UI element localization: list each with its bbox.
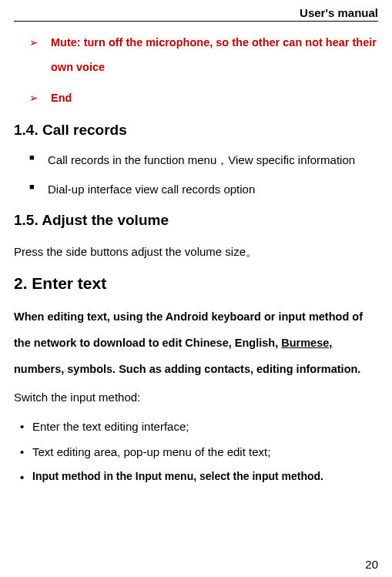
square-list-records: Call records in the function menu，View s… (14, 149, 378, 201)
dot-list-switch: Enter the text editing interface; Text e… (14, 416, 378, 486)
intro-part-after: numbers, symbols. Such as adding contact… (14, 363, 360, 375)
arrow-item-mute: Mute: turn off the microphone, so the ot… (29, 31, 378, 80)
arrow-text-end: End (51, 92, 72, 104)
heading-adjust-volume: 1.5. Adjust the volume (14, 212, 378, 229)
arrow-bullet-list: Mute: turn off the microphone, so the ot… (14, 31, 378, 111)
header-title: User's manual (300, 6, 378, 19)
heading-enter-text: 2. Enter text (14, 274, 378, 293)
square-item-menu: Call records in the function menu，View s… (29, 149, 378, 172)
page-number: 20 (365, 558, 378, 571)
switch-method-label: Switch the input method: (14, 385, 378, 410)
dot-item-enter-interface: Enter the text editing interface; (17, 416, 378, 437)
arrow-item-end: End (29, 86, 378, 111)
enter-text-intro: When editing text, using the Android key… (14, 304, 378, 382)
page-header: User's manual (14, 0, 378, 22)
intro-burmese: Burmese, (281, 337, 332, 349)
dot-item-select-method: Input method in the Input menu, select t… (17, 467, 378, 486)
arrow-text-mute: Mute: turn off the microphone, so the ot… (51, 36, 377, 73)
page-content: Mute: turn off the microphone, so the ot… (14, 22, 378, 486)
heading-call-records: 1.4. Call records (14, 122, 378, 139)
dot-item-popup-menu: Text editing area, pop-up menu of the ed… (17, 441, 378, 462)
volume-paragraph: Press the side buttons adjust the volume… (14, 240, 378, 264)
square-item-dialup: Dial-up interface view call records opti… (29, 179, 378, 201)
